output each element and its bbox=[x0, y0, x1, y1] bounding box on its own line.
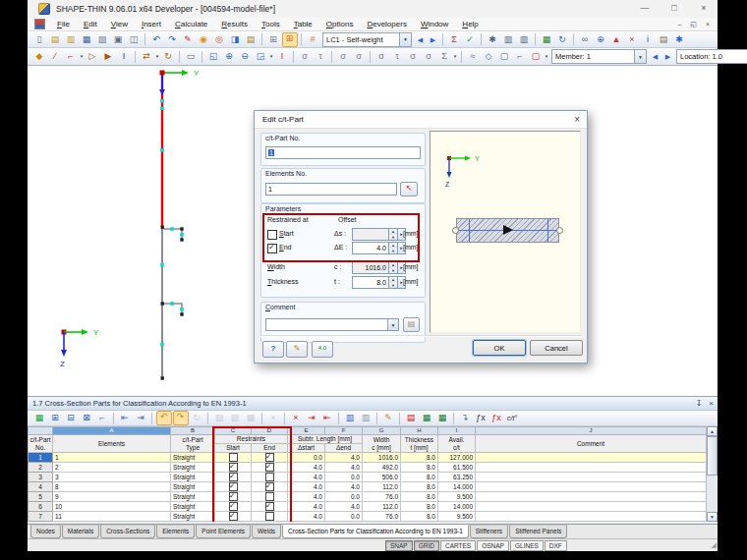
tab-cross-sections[interactable]: Cross-Sections bbox=[100, 525, 155, 538]
column-letter-c[interactable]: C bbox=[215, 427, 252, 435]
new-file-icon[interactable]: ▯ bbox=[32, 33, 47, 46]
next-member-button[interactable]: ▶ bbox=[661, 50, 674, 63]
column-letter-j[interactable]: J bbox=[476, 427, 707, 435]
open-model-icon[interactable]: ▤ bbox=[48, 33, 63, 46]
units-button[interactable]: 4.0 bbox=[312, 341, 333, 358]
print-icon[interactable]: ▣ bbox=[111, 33, 126, 46]
zoom-dynamic-icon[interactable]: ◲ bbox=[254, 50, 268, 63]
cell-thickness[interactable]: 8.0 bbox=[401, 502, 438, 512]
pin-icon[interactable]: ↧ bbox=[696, 397, 703, 411]
next-table-icon[interactable]: ⇥ bbox=[134, 412, 148, 424]
cell-type[interactable]: Straight bbox=[171, 453, 215, 463]
cancel-button[interactable]: Cancel bbox=[530, 340, 583, 356]
stress-points-icon[interactable]: Σ bbox=[437, 50, 452, 63]
render-filled-icon[interactable]: ◉ bbox=[197, 33, 211, 46]
cell-delta-start[interactable]: 4.0 bbox=[288, 482, 325, 492]
origin-node[interactable] bbox=[160, 71, 165, 76]
cell-type[interactable]: Straight bbox=[171, 492, 215, 502]
cell-empty[interactable] bbox=[288, 522, 325, 523]
cell-elements[interactable]: 11 bbox=[53, 512, 171, 522]
crosshair-tool-icon[interactable]: ⊕ bbox=[594, 33, 608, 46]
scroll-down-icon[interactable]: ▼ bbox=[707, 512, 718, 522]
header-width[interactable]: Width c [mm] bbox=[363, 435, 401, 453]
cell-width[interactable]: 76.0 bbox=[363, 512, 401, 522]
cell-row-number[interactable]: 7 bbox=[29, 512, 53, 522]
cell-restraint-end[interactable] bbox=[252, 482, 288, 492]
stress-sigma-eqv-icon[interactable]: σ bbox=[406, 50, 421, 63]
status-toggle-dxf[interactable]: DXF bbox=[545, 540, 567, 551]
save-icon[interactable]: ▦ bbox=[80, 33, 94, 46]
menu-item-tools[interactable]: Tools bbox=[255, 20, 287, 28]
header-elements[interactable]: Elements bbox=[53, 435, 171, 453]
cell-avail-ct[interactable]: 63.250 bbox=[438, 473, 476, 482]
copy-icon[interactable]: ▨ bbox=[228, 412, 243, 424]
header-restraints[interactable]: Restraints bbox=[215, 435, 288, 444]
clear-cells-icon[interactable]: × bbox=[266, 412, 281, 424]
table-settings-icon[interactable]: ▦ bbox=[32, 412, 47, 424]
cell-restraint-end[interactable] bbox=[252, 512, 288, 522]
cell-delta-end[interactable]: 4.0 bbox=[325, 482, 363, 492]
start-checkbox[interactable] bbox=[229, 492, 238, 501]
cell-delta-end[interactable]: 4.0 bbox=[325, 463, 363, 473]
cell-restraint-end[interactable] bbox=[252, 492, 288, 502]
column-letter-b[interactable]: B bbox=[171, 427, 215, 435]
cell-empty[interactable] bbox=[325, 522, 363, 523]
cell-width[interactable]: 506.0 bbox=[363, 473, 401, 482]
calculation-run-icon[interactable]: Σ bbox=[447, 33, 462, 46]
stress-sigma-x-icon[interactable]: σ bbox=[298, 50, 313, 63]
menu-item-developers[interactable]: Developers bbox=[360, 20, 413, 28]
cell-delta-start[interactable]: 4.0 bbox=[288, 473, 325, 482]
end-checkbox[interactable] bbox=[265, 482, 274, 491]
end-checkbox[interactable] bbox=[265, 473, 274, 481]
start-checkbox[interactable] bbox=[229, 463, 238, 472]
cell-delta-end[interactable]: 0.0 bbox=[325, 512, 363, 522]
ct-superscript-tool[interactable]: c/t° bbox=[504, 415, 520, 421]
project-navigator-icon[interactable]: ▤ bbox=[244, 33, 259, 46]
rotate-icon[interactable]: ↻ bbox=[161, 50, 176, 63]
visibility-mode-dropdown-icon[interactable]: ▾ bbox=[544, 50, 549, 63]
minimize-button[interactable]: — bbox=[637, 1, 653, 16]
member-combo-arrow-icon[interactable]: ▼ bbox=[634, 50, 646, 63]
tab-point-elements[interactable]: Point Elements bbox=[196, 525, 251, 538]
resize-grip-icon[interactable]: ◢ bbox=[712, 541, 717, 549]
cell-comment[interactable] bbox=[476, 453, 707, 463]
cell-avail-ct[interactable]: 9.500 bbox=[438, 512, 476, 522]
end-checkbox[interactable] bbox=[267, 244, 277, 253]
column-letter-g[interactable]: G bbox=[363, 427, 401, 435]
view-all-icon[interactable]: ▥ bbox=[359, 412, 374, 424]
stress-points-dropdown-icon[interactable]: ▾ bbox=[452, 50, 458, 63]
snap-settings-icon[interactable]: ∞ bbox=[578, 33, 593, 46]
header-delta-end[interactable]: Δend bbox=[325, 444, 363, 453]
new-line-icon[interactable]: ∕ bbox=[48, 50, 63, 63]
cell-restraint-start[interactable] bbox=[215, 492, 252, 502]
tab-cross-section-parts-for-classification-according-to-en-1993-1[interactable]: Cross-Section Parts for Classification A… bbox=[282, 525, 469, 538]
end-checkbox[interactable] bbox=[265, 492, 274, 501]
cell-thickness[interactable]: 8.0 bbox=[401, 463, 438, 473]
tab-nodes[interactable]: Nodes bbox=[30, 525, 61, 538]
cell-avail-ct[interactable]: 9.500 bbox=[438, 492, 476, 502]
cell-avail-ct[interactable]: 61.500 bbox=[438, 463, 476, 473]
menu-item-file[interactable]: File bbox=[50, 20, 77, 28]
cell-empty[interactable] bbox=[171, 522, 215, 523]
cell-elements[interactable]: 2 bbox=[53, 463, 171, 473]
cell-elements[interactable]: 9 bbox=[53, 492, 171, 502]
panel-toggle-icon[interactable]: ◨ bbox=[228, 33, 243, 46]
cell-empty[interactable] bbox=[53, 522, 171, 523]
column-letter-d[interactable]: D bbox=[252, 427, 288, 435]
cell-type[interactable]: Straight bbox=[171, 473, 215, 482]
element-end-icon[interactable]: ▶ bbox=[101, 50, 116, 63]
location-combo[interactable]: Location: 1.0▼ bbox=[676, 49, 747, 64]
export-excel-icon[interactable]: ▦ bbox=[420, 412, 434, 424]
header-avail-ct[interactable]: Avail. c/t bbox=[438, 435, 476, 453]
cell-restraint-end[interactable] bbox=[252, 453, 288, 463]
save-block-icon[interactable]: ▨ bbox=[95, 33, 110, 46]
start-checkbox[interactable] bbox=[267, 230, 277, 240]
cell-avail-ct[interactable]: 14.000 bbox=[438, 502, 476, 512]
cell-type[interactable]: Straight bbox=[171, 502, 215, 512]
cell-delta-start[interactable]: 0.0 bbox=[288, 453, 325, 463]
header-type[interactable]: c/t-Part Type bbox=[171, 435, 215, 453]
insert-section-icon[interactable]: I bbox=[117, 50, 132, 63]
cell-restraint-start[interactable] bbox=[215, 512, 252, 522]
cell-width[interactable]: 76.0 bbox=[363, 492, 401, 502]
cell-empty[interactable] bbox=[252, 522, 288, 523]
